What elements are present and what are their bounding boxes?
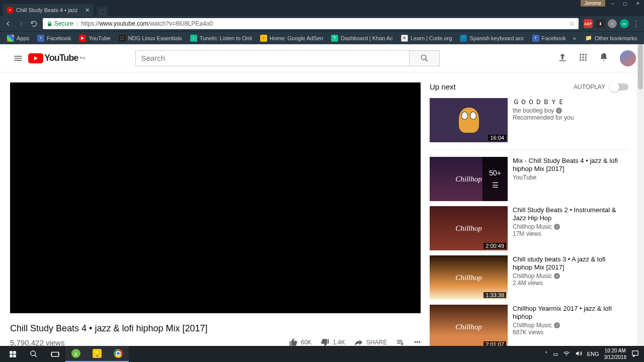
youtube-logo[interactable]: YouTubePH bbox=[28, 53, 85, 63]
recommendation-item[interactable]: Chillhop2:00:49 Chill Study Beats 2 • In… bbox=[430, 206, 628, 250]
svg-rect-10 bbox=[585, 59, 587, 60]
browser-tab[interactable]: Chill Study Beats 4 • jazz ✕ bbox=[3, 4, 94, 16]
bookmark-item[interactable]: ♡Spanish keyboard acc bbox=[457, 34, 527, 43]
bookmark-item[interactable]: 🍃Dashboard | Khan Ac bbox=[328, 34, 396, 43]
verified-icon: ✓ bbox=[554, 322, 560, 328]
svg-rect-4 bbox=[585, 54, 587, 55]
hamburger-icon[interactable] bbox=[8, 53, 28, 63]
bookmark-item[interactable]: ⊞Learn | Code.org bbox=[398, 34, 455, 43]
volume-icon[interactable] bbox=[575, 350, 582, 358]
apps-grid-icon[interactable] bbox=[579, 53, 588, 64]
menu-icon[interactable]: ⋮ bbox=[632, 19, 640, 29]
video-thumbnail: 16:04 bbox=[430, 98, 508, 142]
bookmark-item[interactable]: ♪TuneIn: Listen to Onli bbox=[187, 34, 255, 43]
chrome-tab-strip: Chill Study Beats 4 • jazz ✕ ⬚ bbox=[0, 4, 644, 16]
view-count: 5,790,422 views bbox=[10, 338, 64, 346]
autoplay-label: AUTOPLAY bbox=[574, 83, 605, 90]
folder-icon: 📁 bbox=[585, 35, 592, 41]
like-button[interactable]: 60K bbox=[289, 338, 311, 346]
avatar[interactable] bbox=[620, 50, 636, 66]
profile-icon[interactable]: m bbox=[620, 19, 629, 28]
verified-icon: ✓ bbox=[556, 108, 562, 114]
lock-icon bbox=[47, 21, 52, 27]
search-input[interactable] bbox=[135, 50, 410, 66]
overflow-chevron-icon[interactable]: » bbox=[571, 35, 578, 41]
upload-icon[interactable] bbox=[557, 52, 568, 64]
close-window-button[interactable]: ✕ bbox=[631, 0, 644, 7]
taskbar-app[interactable]: µ bbox=[65, 346, 87, 362]
reload-button[interactable] bbox=[30, 20, 38, 28]
windows-titlebar: Jerome ─ ▢ ✕ bbox=[0, 0, 644, 4]
windows-taskbar: µ 💡 ˄ ▭ ENG 10:20 AM3/12/2018 bbox=[0, 346, 644, 362]
url-protocol: https:// bbox=[81, 20, 99, 27]
recommendation-item[interactable]: Chillhop1:33:38 Chill study beats 3 • A … bbox=[430, 255, 628, 300]
youtube-masthead: YouTubePH bbox=[0, 44, 644, 72]
bookmark-item[interactable]: ⬚NDG Linux Essentials bbox=[116, 34, 185, 43]
more-icon[interactable]: ••• bbox=[414, 339, 421, 346]
taskbar-app-chrome[interactable] bbox=[108, 346, 129, 362]
svg-rect-8 bbox=[580, 59, 581, 60]
svg-rect-3 bbox=[583, 54, 584, 55]
action-center-icon[interactable] bbox=[631, 350, 639, 358]
clock[interactable]: 10:20 AM3/12/2018 bbox=[604, 347, 627, 360]
tray-chevron-icon[interactable]: ˄ bbox=[545, 351, 548, 357]
bookmark-item[interactable]: /Home: Google AdSen bbox=[257, 34, 326, 43]
extension-icon[interactable]: ABP bbox=[584, 19, 593, 28]
extension-icon[interactable]: ♀ bbox=[608, 19, 617, 28]
verified-icon: ✓ bbox=[554, 273, 560, 279]
forward-button[interactable] bbox=[17, 20, 25, 28]
battery-icon[interactable]: ▭ bbox=[553, 351, 558, 357]
other-bookmarks[interactable]: 📁Other bookmarks bbox=[582, 34, 640, 42]
bookmark-item[interactable]: fFacebook bbox=[529, 34, 569, 43]
add-to-playlist-button[interactable] bbox=[396, 338, 405, 346]
notifications-icon[interactable] bbox=[599, 52, 609, 64]
taskview-button[interactable] bbox=[44, 346, 65, 362]
new-tab-button[interactable]: ⬚ bbox=[97, 6, 109, 16]
video-title: Chill Study Beats 4 • jazz & lofi hiphop… bbox=[10, 323, 421, 334]
svg-rect-5 bbox=[580, 56, 581, 58]
share-button[interactable]: SHARE bbox=[354, 338, 387, 346]
browser-toolbar: Secure | https://www.youtube.com/watch?v… bbox=[0, 16, 644, 31]
bookmark-item[interactable]: ▶YouTube bbox=[76, 34, 113, 43]
maximize-button[interactable]: ▢ bbox=[619, 0, 631, 7]
url-host: www.youtube.com bbox=[99, 20, 148, 27]
video-thumbnail: Chillhop50+☰ bbox=[430, 157, 508, 201]
star-icon[interactable]: ☆ bbox=[569, 20, 575, 27]
recommendation-item[interactable]: 16:04 ＧＯＯＤＢＹＥ the bootleg boy✓ Recommend… bbox=[430, 98, 628, 142]
wifi-icon[interactable] bbox=[563, 350, 570, 357]
dislike-button[interactable]: 1.4K bbox=[320, 338, 345, 346]
taskbar-app[interactable]: 💡 bbox=[87, 346, 108, 362]
svg-rect-16 bbox=[51, 352, 58, 356]
svg-rect-9 bbox=[583, 59, 584, 60]
start-button[interactable] bbox=[2, 346, 23, 362]
search-button[interactable] bbox=[410, 50, 440, 66]
svg-rect-13 bbox=[10, 354, 13, 357]
recommendation-item[interactable]: Chillhop50+☰ Mix - Chill Study Beats 4 •… bbox=[430, 157, 628, 201]
autoplay-toggle[interactable] bbox=[610, 83, 628, 90]
minimize-button[interactable]: ─ bbox=[606, 0, 619, 7]
svg-rect-6 bbox=[583, 56, 584, 58]
svg-rect-12 bbox=[13, 351, 16, 354]
svg-rect-14 bbox=[13, 354, 16, 357]
language-indicator[interactable]: ENG bbox=[587, 351, 599, 357]
scrollbar[interactable] bbox=[637, 44, 644, 346]
user-badge: Jerome bbox=[581, 0, 605, 7]
svg-rect-17 bbox=[632, 350, 638, 355]
url-path: /watch?v=8iU8LPEa4o0 bbox=[148, 20, 213, 27]
address-bar[interactable]: Secure | https://www.youtube.com/watch?v… bbox=[43, 18, 579, 29]
video-player[interactable] bbox=[10, 82, 421, 313]
svg-rect-7 bbox=[585, 56, 587, 58]
apps-button[interactable]: Apps bbox=[4, 34, 32, 43]
video-thumbnail: Chillhop2:00:49 bbox=[430, 206, 508, 250]
recommendation-item[interactable]: Chillhop2:01:07 Chillhop Yearmix 2017 • … bbox=[430, 305, 628, 346]
tab-title: Chill Study Beats 4 • jazz bbox=[16, 7, 77, 13]
extension-icon[interactable]: ⬇ bbox=[596, 19, 605, 28]
close-tab-icon[interactable]: ✕ bbox=[85, 7, 90, 14]
bookmarks-bar: Apps fFacebook ▶YouTube ⬚NDG Linux Essen… bbox=[0, 31, 644, 44]
search-task-button[interactable] bbox=[23, 346, 44, 362]
playlist-icon: ☰ bbox=[492, 181, 499, 189]
bookmark-item[interactable]: fFacebook bbox=[34, 34, 74, 43]
back-button[interactable] bbox=[4, 20, 12, 28]
divider bbox=[430, 149, 628, 150]
secure-label: Secure bbox=[54, 20, 73, 27]
